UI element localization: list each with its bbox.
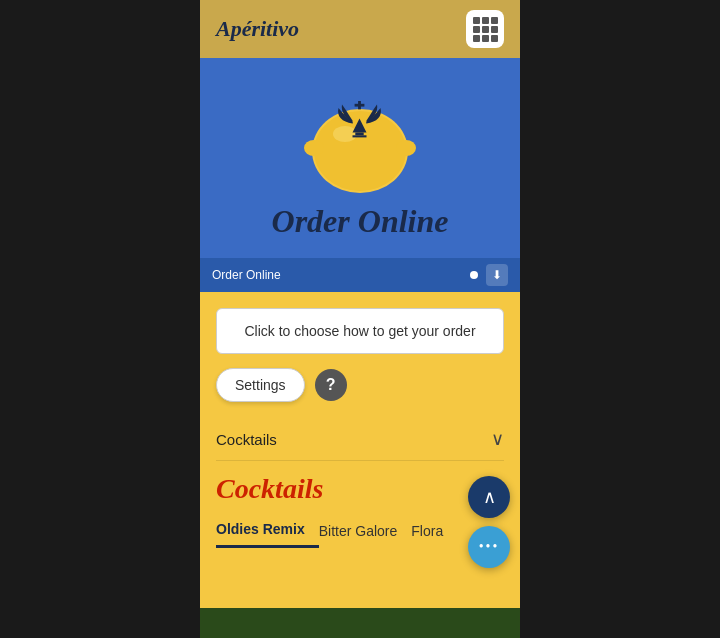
svg-point-4 [333, 126, 357, 142]
svg-rect-8 [355, 104, 365, 107]
svg-rect-5 [355, 133, 363, 136]
svg-rect-6 [353, 135, 367, 137]
download-icon[interactable]: ⬇ [486, 264, 508, 286]
grid-icon [473, 17, 498, 42]
hero-title: Order Online [200, 203, 520, 240]
top-bar: Apéritivo [200, 0, 520, 58]
settings-button[interactable]: Settings [216, 368, 305, 402]
app-title: Apéritivo [216, 16, 299, 42]
tab-bitter-galore[interactable]: Bitter Galore [319, 523, 412, 547]
breadcrumb-text: Order Online [212, 268, 281, 282]
scroll-top-button[interactable]: ∧ [468, 476, 510, 518]
order-button[interactable]: Click to choose how to get your order [216, 308, 504, 354]
breadcrumb-icons: ⬇ [470, 264, 508, 286]
cocktails-heading: Cocktails [216, 473, 504, 505]
svg-point-2 [304, 140, 324, 156]
dot-indicator [470, 271, 478, 279]
help-button[interactable]: ? [315, 369, 347, 401]
breadcrumb-bar: Order Online ⬇ [200, 258, 520, 292]
hero-image [290, 66, 430, 206]
more-icon: ••• [479, 539, 500, 555]
svg-point-3 [396, 140, 416, 156]
chevron-down-icon[interactable]: ∨ [491, 428, 504, 450]
chevron-up-icon: ∧ [483, 488, 496, 506]
more-options-button[interactable]: ••• [468, 526, 510, 568]
tab-oldies-remix[interactable]: Oldies Remix [216, 521, 319, 548]
section-label: Cocktails [216, 431, 277, 448]
section-divider: Cocktails ∨ [216, 418, 504, 461]
bottom-area [200, 608, 520, 638]
hero-section: Order Online [200, 58, 520, 258]
tab-flora[interactable]: Flora [411, 523, 457, 547]
tabs-row: Oldies Remix Bitter Galore Flora › [216, 521, 504, 548]
grid-menu-button[interactable] [466, 10, 504, 48]
action-row: Settings ? [216, 368, 504, 402]
main-content: Click to choose how to get your order Se… [200, 292, 520, 608]
